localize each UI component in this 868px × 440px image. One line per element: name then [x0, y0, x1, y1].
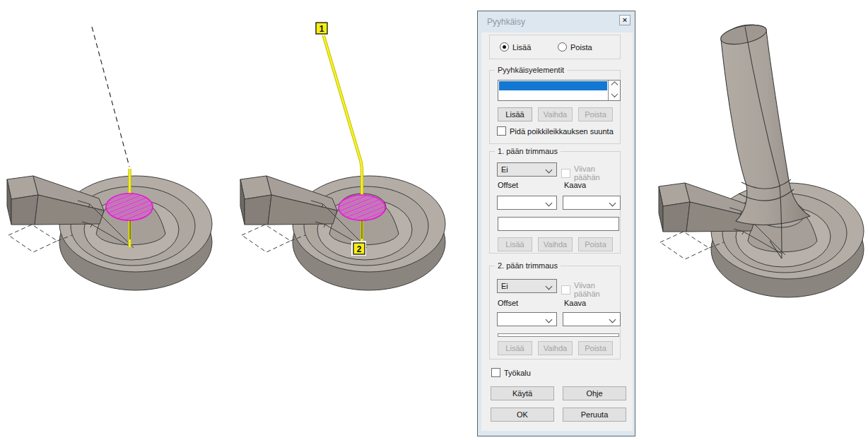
- trim1-line-end-label: Viivan päähän: [574, 165, 620, 182]
- cancel-button[interactable]: Peruuta: [563, 408, 626, 422]
- trim1-formula-combo[interactable]: [563, 196, 621, 210]
- trim1-remove-button[interactable]: Poista: [578, 237, 613, 251]
- radio-remove[interactable]: Poista: [558, 42, 592, 52]
- tool-checkbox-label: Työkalu: [504, 369, 531, 377]
- apply-button[interactable]: Käytä: [491, 386, 554, 400]
- radio-add[interactable]: Lisää: [500, 42, 531, 52]
- radio-dot-icon: [500, 42, 509, 52]
- ok-button[interactable]: OK: [491, 408, 554, 422]
- path-endpoint-label-1: 1: [314, 20, 329, 35]
- trim1-add-button[interactable]: Lisää: [498, 237, 532, 251]
- elements-listbox[interactable]: [498, 80, 621, 101]
- trim1-line-end-checkbox[interactable]: Viivan päähän: [561, 165, 620, 182]
- trim2-group: 2. pään trimmaus Ei Viivan päähän Offset…: [489, 266, 621, 359]
- trim1-mode-combo[interactable]: Ei: [497, 162, 557, 177]
- elements-add-button[interactable]: Lisää: [498, 107, 532, 121]
- profile-section[interactable]: [106, 194, 153, 220]
- selected-element-row[interactable]: [499, 81, 607, 90]
- view-path: 1 2: [240, 20, 445, 290]
- trim2-change-button[interactable]: Vaihda: [538, 341, 573, 355]
- trim1-group-label: 1. pään trimmaus: [495, 147, 561, 155]
- svg-text:1: 1: [319, 24, 324, 34]
- trim2-formula-label: Kaava: [564, 299, 586, 307]
- scroll-down-icon[interactable]: [611, 90, 618, 97]
- trim2-formula-combo[interactable]: [563, 312, 621, 326]
- model-before: [7, 176, 212, 290]
- model-during: [240, 176, 445, 290]
- trim2-remove-button[interactable]: Poista: [578, 341, 613, 355]
- sweep-elements-group-label: Pyyhkäisyelementit: [495, 66, 567, 74]
- trim2-mode-combo[interactable]: Ei: [497, 279, 557, 293]
- dialog-title: Pyyhkäisy: [487, 17, 525, 27]
- svg-text:2: 2: [357, 244, 362, 254]
- trim1-offset-combo[interactable]: [497, 196, 557, 210]
- trim2-group-label: 2. pään trimmaus: [495, 261, 561, 270]
- radio-add-label: Lisää: [512, 43, 531, 52]
- trim1-offset-label: Offset: [498, 181, 518, 189]
- keep-section-checkbox[interactable]: Pidä poikkileikkauksen suunta: [497, 126, 614, 136]
- elements-change-button[interactable]: Vaihda: [538, 107, 573, 121]
- checkbox-icon: [491, 368, 500, 377]
- view-result: [659, 21, 864, 297]
- elements-remove-button[interactable]: Poista: [578, 107, 613, 121]
- trim1-formula-label: Kaava: [564, 181, 586, 189]
- listbox-scrollbar[interactable]: [608, 81, 620, 100]
- trim1-change-button[interactable]: Vaihda: [538, 237, 573, 251]
- scroll-up-icon[interactable]: [611, 81, 618, 88]
- keep-section-label: Pidä poikkileikkauksen suunta: [510, 127, 614, 136]
- sweep-elements-group: Pyyhkäisyelementit Lisää Vaihda Poista P…: [489, 70, 621, 144]
- radio-dot-icon: [558, 42, 567, 52]
- app-canvas: 1 2 Pyyhkäisy ×: [0, 0, 868, 440]
- checkbox-icon: [561, 285, 570, 295]
- sweep-dialog: Pyyhkäisy × Lisää Poista Pyyhkäisyelemen…: [477, 11, 635, 436]
- view-before: [7, 27, 212, 290]
- trim2-value-input-collapsed: [498, 333, 619, 337]
- model-viewport[interactable]: 1 2: [0, 0, 868, 440]
- help-button[interactable]: Ohje: [563, 386, 626, 400]
- trim2-offset-combo[interactable]: [497, 312, 557, 326]
- checkbox-icon: [561, 169, 570, 178]
- checkbox-icon: [497, 126, 506, 136]
- radio-remove-label: Poista: [570, 43, 592, 52]
- trim2-add-button[interactable]: Lisää: [498, 341, 532, 355]
- mode-group: Lisää Poista: [489, 35, 621, 59]
- construction-line[interactable]: [92, 27, 129, 167]
- trim2-line-end-label: Viivan päähän: [574, 281, 620, 298]
- trim1-group: 1. pään trimmaus Ei Viivan päähän Offset…: [489, 151, 621, 254]
- trim2-offset-label: Offset: [498, 299, 518, 307]
- dialog-body: Lisää Poista Pyyhkäisyelementit Lisää: [481, 32, 633, 431]
- path-endpoint-label-2: 2: [351, 241, 366, 256]
- close-icon[interactable]: ×: [619, 15, 631, 25]
- profile-section-2[interactable]: [339, 195, 385, 220]
- trim2-line-end-checkbox[interactable]: Viivan päähän: [561, 281, 620, 298]
- trim1-value-input[interactable]: [498, 217, 619, 231]
- tool-checkbox[interactable]: Työkalu: [491, 368, 531, 377]
